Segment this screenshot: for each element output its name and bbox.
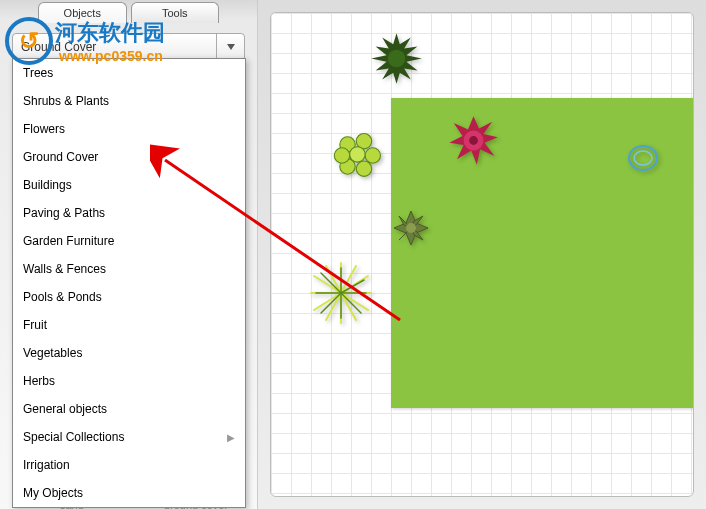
svg-point-3 <box>365 148 380 163</box>
menu-item-buildings[interactable]: Buildings <box>13 171 245 199</box>
menu-item-garden-furniture[interactable]: Garden Furniture <box>13 227 245 255</box>
menu-item-special-collections[interactable]: Special Collections▶ <box>13 423 245 451</box>
menu-item-label: Herbs <box>23 374 55 388</box>
menu-item-fruit[interactable]: Fruit <box>13 311 245 339</box>
menu-item-label: Ground Cover <box>23 150 98 164</box>
menu-item-label: Garden Furniture <box>23 234 114 248</box>
menu-item-herbs[interactable]: Herbs <box>13 367 245 395</box>
menu-item-label: Irrigation <box>23 458 70 472</box>
menu-item-label: General objects <box>23 402 107 416</box>
svg-point-10 <box>629 146 657 170</box>
menu-item-label: Trees <box>23 66 53 80</box>
tab-tools[interactable]: Tools <box>131 2 220 23</box>
plant-succulent[interactable] <box>386 203 436 253</box>
svg-point-7 <box>350 147 365 162</box>
svg-point-0 <box>388 50 406 68</box>
plant-ornamental-grass[interactable] <box>306 258 376 328</box>
plant-pond-circle[interactable] <box>626 143 661 173</box>
menu-item-label: Walls & Fences <box>23 262 106 276</box>
menu-item-label: Flowers <box>23 122 65 136</box>
menu-item-label: Pools & Ponds <box>23 290 102 304</box>
svg-point-6 <box>334 148 349 163</box>
app-container: Objects Tools Ground Cover Trees Shrubs … <box>0 0 706 509</box>
menu-item-ground-cover[interactable]: Ground Cover <box>13 143 245 171</box>
category-menu: Trees Shrubs & Plants Flowers Ground Cov… <box>12 58 246 508</box>
plant-flower-pink[interactable] <box>446 113 501 168</box>
left-panel: Objects Tools Ground Cover Trees Shrubs … <box>0 0 258 509</box>
chevron-down-icon[interactable] <box>216 34 244 60</box>
menu-item-paving-paths[interactable]: Paving & Paths <box>13 199 245 227</box>
menu-item-pools-ponds[interactable]: Pools & Ponds <box>13 283 245 311</box>
svg-point-12 <box>406 223 416 233</box>
tab-objects[interactable]: Objects <box>38 2 127 23</box>
plant-shrub-dark[interactable] <box>369 31 424 86</box>
menu-item-label: Buildings <box>23 178 72 192</box>
menu-item-general-objects[interactable]: General objects <box>13 395 245 423</box>
chevron-right-icon: ▶ <box>227 432 235 443</box>
menu-item-flowers[interactable]: Flowers <box>13 115 245 143</box>
menu-item-label: Paving & Paths <box>23 206 105 220</box>
menu-item-my-objects[interactable]: My Objects <box>13 479 245 507</box>
svg-point-11 <box>634 151 652 165</box>
svg-point-9 <box>469 136 478 145</box>
plant-flower-cluster[interactable] <box>331 128 386 183</box>
menu-item-trees[interactable]: Trees <box>13 59 245 87</box>
menu-item-label: Special Collections <box>23 430 124 444</box>
svg-point-4 <box>356 161 371 176</box>
design-canvas[interactable] <box>270 12 694 497</box>
menu-item-shrubs-plants[interactable]: Shrubs & Plants <box>13 87 245 115</box>
menu-item-label: My Objects <box>23 486 83 500</box>
menu-item-label: Fruit <box>23 318 47 332</box>
canvas-area <box>258 0 706 509</box>
dropdown-current-label: Ground Cover <box>13 40 216 54</box>
menu-item-walls-fences[interactable]: Walls & Fences <box>13 255 245 283</box>
tabs: Objects Tools <box>0 0 257 23</box>
menu-item-vegetables[interactable]: Vegetables <box>13 339 245 367</box>
menu-item-label: Shrubs & Plants <box>23 94 109 108</box>
menu-item-irrigation[interactable]: Irrigation <box>13 451 245 479</box>
category-dropdown[interactable]: Ground Cover <box>12 33 245 61</box>
menu-item-label: Vegetables <box>23 346 82 360</box>
